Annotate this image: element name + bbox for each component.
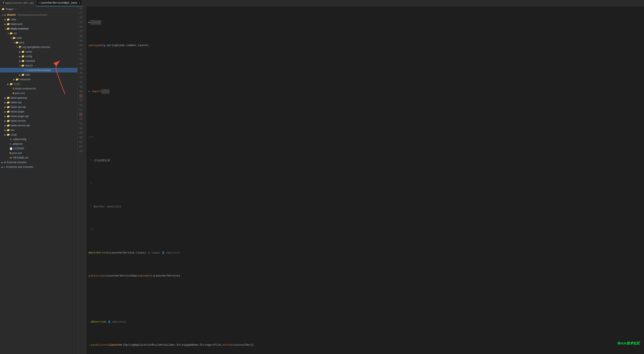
tree-blade-service[interactable]: ▶ 📁 blade-service bbox=[0, 119, 78, 123]
code-line-43 bbox=[89, 297, 644, 301]
external-icon: 🏛 bbox=[4, 161, 6, 164]
tree-root-bladex[interactable]: ▾ 🗂 BladeX ~/Workspaces/product/BladeX bbox=[0, 12, 78, 17]
arrow-package: ▾ bbox=[16, 46, 18, 48]
iml-icon: M bbox=[12, 88, 14, 90]
tree-label-readme: README.md bbox=[13, 156, 28, 159]
code-line-26: package org.springblade.common.launch; bbox=[89, 43, 644, 48]
arrow-blade-common: ▾ bbox=[4, 28, 7, 30]
code-line-27 bbox=[89, 66, 644, 71]
tree-cache[interactable]: ▶ 📁 cache bbox=[0, 49, 78, 54]
tree-package-springblade[interactable]: ▾ 📦 org.springblade.common bbox=[0, 45, 78, 49]
folder-icon-blade-ops: 📁 bbox=[7, 101, 10, 104]
sidebar: 📁 Project ▾ ▾ 🗂 BladeX ~/Workspaces/prod… bbox=[0, 6, 78, 354]
folder-icon-blade-plugin-api: 📁 bbox=[7, 115, 10, 118]
arrow-src: ▾ bbox=[7, 32, 10, 34]
tree-blade-gateway[interactable]: ▶ 📁 blade-gateway bbox=[0, 96, 78, 100]
code-line-42: public class LauncherServiceImpl impleme… bbox=[89, 274, 644, 278]
code-line-39: * @author smallchil bbox=[89, 204, 644, 209]
folder-icon-bladex: 🗂 bbox=[4, 13, 6, 16]
arrow-blade-service: ▶ bbox=[4, 120, 7, 122]
folder-icon-doc: 📁 bbox=[7, 129, 10, 132]
tab-close-button[interactable]: ✕ bbox=[79, 2, 80, 4]
tree-config[interactable]: ▶ 📁 config bbox=[0, 54, 78, 59]
tree-label-bladex: BladeX bbox=[7, 13, 16, 16]
arrow-blade-ops-api: ▶ bbox=[4, 106, 7, 108]
tree-script[interactable]: ▶ 📁 script bbox=[0, 132, 78, 137]
tree-blade-ops[interactable]: ▶ 📁 blade-ops bbox=[0, 100, 78, 105]
tree-blade-common[interactable]: ▾ 📂 blade-common bbox=[0, 26, 78, 31]
tree-label-blade-service-api: blade-service-api bbox=[11, 124, 30, 127]
tree-launcher-service-impl[interactable]: ⊙ LauncherServiceImpl bbox=[0, 68, 78, 72]
arrow-cache: ▶ bbox=[18, 51, 22, 53]
code-line-41: @AutoService(LauncherService.class) no u… bbox=[89, 251, 644, 255]
tab-application-dev[interactable]: Y application-dev.yml bbox=[1, 0, 36, 6]
arrow-utils: ▶ bbox=[18, 74, 22, 76]
code-area[interactable]: 26 27 28 35 36 37 38 39 40 41 42 43 44 4… bbox=[78, 6, 644, 354]
tree-label-constant: constant bbox=[26, 59, 35, 62]
code-line-36: /** bbox=[89, 135, 644, 140]
arrow-blade-auth: ▶ bbox=[4, 23, 7, 25]
tree-scratches[interactable]: ▶ ≡ Scratches and Consoles bbox=[0, 165, 78, 169]
tree-blade-service-api[interactable]: ▶ 📁 blade-service-api bbox=[0, 123, 78, 128]
readme-icon: M* bbox=[10, 157, 12, 159]
tree-editorconfig[interactable]: ⚙ .editorconfig bbox=[0, 137, 78, 142]
arrow-blade-plugin: ▶ bbox=[4, 111, 7, 113]
tree-pom-root[interactable]: M pom.xml bbox=[0, 151, 78, 156]
tree-path-bladex: ~/Workspaces/product/BladeX bbox=[16, 14, 48, 16]
tree-external-libs[interactable]: ▶ 🏛 External Libraries bbox=[0, 160, 78, 165]
tree-idea[interactable]: ▶ 📁 .idea bbox=[0, 17, 78, 22]
gitignore-icon: ⊘ bbox=[10, 143, 12, 145]
tree-label-blade-service: blade-service bbox=[11, 119, 26, 122]
scratches-icon: ≡ bbox=[4, 166, 5, 168]
sidebar-header: 📁 Project ▾ bbox=[0, 6, 78, 12]
tree-resources[interactable]: ▶ 📁 resources bbox=[0, 77, 78, 82]
arrow-external: ▶ bbox=[1, 161, 4, 164]
tree-label-config: config bbox=[26, 55, 32, 58]
tree-label-launcher-impl: LauncherServiceImpl bbox=[27, 69, 51, 72]
folder-icon-launch: 📂 bbox=[22, 64, 24, 67]
arrow-scratches: ▶ bbox=[1, 166, 4, 168]
tree-doc[interactable]: ▶ 📁 doc bbox=[0, 128, 78, 132]
main-layout: 📁 Project ▾ ▾ 🗂 BladeX ~/Workspaces/prod… bbox=[0, 6, 644, 354]
tree-label-blade-auth: blade-auth bbox=[11, 23, 23, 25]
tree-label-blade-plugin: blade-plugin bbox=[11, 110, 24, 113]
tree-src[interactable]: ▾ 📂 src bbox=[0, 31, 78, 36]
code-line-folded: ▶ /.../ bbox=[89, 20, 644, 25]
tree-blade-plugin[interactable]: ▶ 📁 blade-plugin bbox=[0, 109, 78, 114]
tree-label-pom-common: pom.xml bbox=[15, 92, 24, 95]
arrow-root: ▾ bbox=[1, 14, 4, 16]
tree-target[interactable]: ▶ 📁 target bbox=[0, 82, 78, 86]
tree-label-blade-common: blade-common bbox=[11, 27, 28, 30]
tree-constant[interactable]: ▶ 📁 constant bbox=[0, 59, 78, 63]
tree-main[interactable]: ▾ 📂 main bbox=[0, 36, 78, 40]
arrow-java: ▾ bbox=[12, 41, 16, 44]
xml-icon-pom-common: M bbox=[12, 92, 14, 94]
tree-blade-common-iml[interactable]: M blade-common.iml bbox=[0, 86, 78, 91]
arrow-target: ▶ bbox=[7, 83, 10, 85]
tree-blade-ops-api[interactable]: ▶ 📁 blade-ops-api bbox=[0, 105, 78, 109]
folder-icon-main: 📂 bbox=[12, 36, 16, 39]
tree-readme[interactable]: M* README.md bbox=[0, 156, 78, 160]
package-icon: 📦 bbox=[18, 46, 22, 49]
code-content: ▶ /.../ package org.springblade.common.l… bbox=[86, 6, 644, 354]
tree-gitignore[interactable]: ⊘ .gitignore bbox=[0, 142, 78, 146]
tree-label-blade-gateway: blade-gateway bbox=[11, 96, 27, 99]
folder-icon-blade-auth: 📁 bbox=[7, 23, 10, 25]
tree-blade-auth[interactable]: ▶ 📁 blade-auth bbox=[0, 22, 78, 26]
tree-launch[interactable]: ▾ 📂 launch bbox=[0, 63, 78, 68]
tree-license[interactable]: 📄 LICENSE bbox=[0, 146, 78, 151]
tree-label-main: main bbox=[16, 36, 22, 39]
tree-label-gitignore: .gitignore bbox=[12, 143, 23, 145]
code-line-28: ▶ import ... bbox=[89, 89, 644, 94]
tree-utils[interactable]: ▶ 📁 utils bbox=[0, 72, 78, 77]
tree-java[interactable]: ▾ 📂 java bbox=[0, 40, 78, 45]
folder-icon-java: 📂 bbox=[16, 41, 19, 44]
tree-label-utils: utils bbox=[26, 73, 30, 76]
tree-pom-common[interactable]: M pom.xml bbox=[0, 91, 78, 96]
arrow-resources: ▶ bbox=[12, 78, 16, 81]
tree-label-target: target bbox=[14, 83, 20, 85]
tree-blade-plugin-api[interactable]: ▶ 📁 blade-plugin-api bbox=[0, 114, 78, 119]
sidebar-content[interactable]: ▾ 🗂 BladeX ~/Workspaces/product/BladeX ▶… bbox=[0, 12, 78, 354]
tab-launcher-service-impl[interactable]: J LauncherServiceImpl.java ✕ bbox=[36, 0, 82, 6]
tab-label-launcher: LauncherServiceImpl.java bbox=[41, 1, 77, 4]
